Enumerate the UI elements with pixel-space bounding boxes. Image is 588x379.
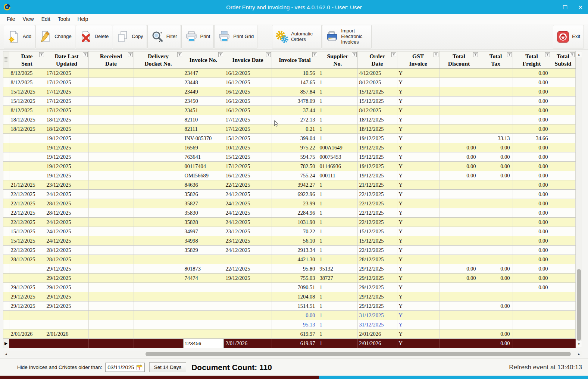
cell-received-date[interactable]	[88, 292, 134, 301]
cell-date-last-updated[interactable]: 23/12/2025	[45, 180, 88, 190]
cell-invoice-no[interactable]: 35828	[183, 218, 224, 227]
cell-invoice-date[interactable]: 16/12/2025	[224, 87, 272, 97]
cell-supplier-no[interactable]: 1	[318, 329, 357, 339]
cell-date-sent[interactable]: 18/12/2025	[9, 124, 45, 134]
cell-total-discount[interactable]	[439, 124, 479, 134]
row-marker[interactable]	[3, 180, 9, 190]
cell-delivery-docket-no[interactable]	[134, 78, 183, 87]
cell-date-last-updated[interactable]	[45, 320, 88, 329]
cell-invoice-total[interactable]: 975.22	[272, 143, 318, 152]
cell-total-freight[interactable]: 0.00	[513, 264, 551, 274]
cell-date-last-updated[interactable]: 19/12/2025	[45, 134, 88, 143]
cell-total-subsid[interactable]	[551, 190, 575, 199]
cell-invoice-total[interactable]: 782.50	[272, 162, 318, 171]
cell-total-discount[interactable]	[439, 180, 479, 190]
cell-date-sent[interactable]	[9, 264, 45, 274]
cell-supplier-no[interactable]: 1	[318, 199, 357, 208]
cell-invoice-total[interactable]: 0.21	[272, 124, 318, 134]
cell-total-subsid[interactable]	[551, 124, 575, 134]
cell-gst-invoice[interactable]: Y	[397, 162, 439, 171]
column-header-invoice-no[interactable]: Invoice No.	[183, 51, 224, 69]
row-marker[interactable]	[3, 218, 9, 227]
row-marker[interactable]	[3, 274, 9, 283]
cell-invoice-date[interactable]: 24/12/2025	[224, 190, 272, 199]
cell-date-last-updated[interactable]: 28/12/2025	[45, 246, 88, 255]
cell-order-date[interactable]: 29/12/2025	[357, 274, 397, 283]
cell-invoice-date[interactable]: 15/12/2025	[224, 152, 272, 162]
change-button[interactable]: Change	[35, 25, 75, 48]
cell-invoice-no[interactable]	[183, 311, 224, 320]
cell-total-discount[interactable]	[439, 329, 479, 339]
cell-total-tax[interactable]	[479, 69, 513, 78]
cell-delivery-docket-no[interactable]	[134, 143, 183, 152]
cell-invoice-date[interactable]	[224, 283, 272, 292]
cell-gst-invoice[interactable]: Y	[397, 171, 439, 180]
cell-total-freight[interactable]: 0.00	[513, 274, 551, 283]
cell-invoice-total[interactable]: 0.00	[272, 311, 318, 320]
cell-supplier-no[interactable]: 1	[318, 255, 357, 264]
cell-invoice-no[interactable]: 23447	[183, 69, 224, 78]
cell-total-subsid[interactable]	[551, 255, 575, 264]
cell-delivery-docket-no[interactable]	[134, 69, 183, 78]
cell-total-subsid[interactable]	[551, 283, 575, 292]
cell-total-discount[interactable]	[439, 227, 479, 236]
cell-order-date[interactable]: 8/12/2025	[357, 106, 397, 115]
cell-invoice-date[interactable]: 24/12/2025	[224, 208, 272, 218]
cell-total-discount[interactable]	[439, 301, 479, 311]
cell-invoice-date[interactable]: 24/12/2025	[224, 199, 272, 208]
cell-gst-invoice[interactable]: Y	[397, 329, 439, 339]
cell-supplier-no[interactable]: 1	[318, 106, 357, 115]
cell-date-last-updated[interactable]: 24/12/2025	[45, 236, 88, 246]
copy-button[interactable]: Copy	[113, 25, 147, 48]
cell-total-tax[interactable]	[479, 97, 513, 106]
cell-total-subsid[interactable]	[551, 236, 575, 246]
cell-date-sent[interactable]: 29/12/2025	[9, 292, 45, 301]
cell-total-discount[interactable]	[439, 199, 479, 208]
cell-supplier-no[interactable]: 000A1649	[318, 143, 357, 152]
row-marker[interactable]	[3, 134, 9, 143]
import-electronic-invoices-button[interactable]: Import Electronic Invoices	[322, 25, 372, 48]
filter-icon[interactable]	[312, 52, 317, 57]
cell-date-sent[interactable]	[9, 143, 45, 152]
cell-received-date[interactable]	[88, 97, 134, 106]
cell-invoice-no[interactable]: 34997	[183, 227, 224, 236]
cell-invoice-date[interactable]: 19/12/2025	[224, 274, 272, 283]
cell-total-tax[interactable]: 0.00	[479, 152, 513, 162]
cell-received-date[interactable]	[88, 106, 134, 115]
cell-gst-invoice[interactable]: Y	[397, 97, 439, 106]
cell-delivery-docket-no[interactable]	[134, 236, 183, 246]
cell-total-tax[interactable]	[479, 311, 513, 320]
cell-order-date[interactable]: 22/12/2025	[357, 208, 397, 218]
cell-order-date[interactable]: 15/12/2025	[357, 87, 397, 97]
cell-total-freight[interactable]	[513, 339, 551, 348]
cell-gst-invoice[interactable]: Y	[397, 143, 439, 152]
cell-delivery-docket-no[interactable]	[134, 301, 183, 311]
cell-invoice-no[interactable]: 34998	[183, 236, 224, 246]
cell-invoice-no[interactable]	[183, 320, 224, 329]
cell-total-discount[interactable]	[439, 115, 479, 124]
cell-total-subsid[interactable]	[551, 180, 575, 190]
cell-invoice-no[interactable]: 16569	[183, 143, 224, 152]
filter-icon[interactable]	[39, 52, 44, 57]
cell-date-sent[interactable]: 8/12/2025	[9, 78, 45, 87]
cell-total-freight[interactable]: 0.00	[513, 180, 551, 190]
cell-invoice-total[interactable]: 594.75	[272, 152, 318, 162]
cell-gst-invoice[interactable]: Y	[397, 255, 439, 264]
column-header-supplier-no[interactable]: SupplierNo.	[318, 51, 357, 69]
cell-supplier-no[interactable]: 1	[318, 301, 357, 311]
cell-delivery-docket-no[interactable]	[134, 274, 183, 283]
column-header-delivery-docket-no[interactable]: DeliveryDocket No.	[134, 51, 183, 69]
cell-received-date[interactable]	[88, 320, 134, 329]
cell-gst-invoice[interactable]: Y	[397, 134, 439, 143]
cell-supplier-no[interactable]: 1	[318, 190, 357, 199]
cell-invoice-date[interactable]: 10/12/2025	[224, 143, 272, 152]
cell-invoice-no[interactable]: 35826	[183, 190, 224, 199]
cell-received-date[interactable]	[88, 78, 134, 87]
cell-order-date[interactable]: 8/12/2025	[357, 78, 397, 87]
cell-invoice-total[interactable]: 56.10	[272, 236, 318, 246]
cell-total-freight[interactable]: 0.00	[513, 246, 551, 255]
cell-date-last-updated[interactable]: 17/12/2025	[45, 78, 88, 87]
cell-invoice-date[interactable]: 16/12/2025	[224, 78, 272, 87]
cell-order-date[interactable]: 29/12/2025	[357, 301, 397, 311]
cell-date-sent[interactable]: 21/12/2025	[9, 180, 45, 190]
